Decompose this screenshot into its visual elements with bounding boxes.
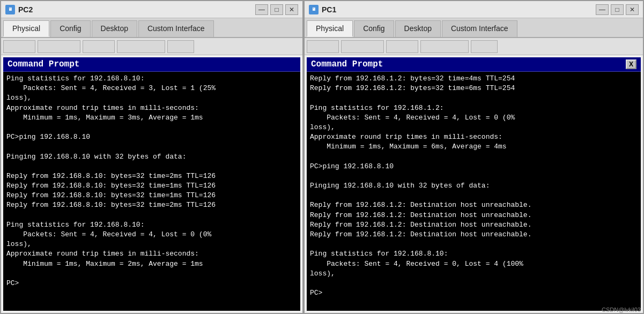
pc1-maximize-button[interactable]: □ (611, 4, 624, 15)
pc1-minimize-button[interactable]: — (596, 4, 609, 15)
pc1-toolbar-btn1[interactable] (307, 40, 339, 53)
pc1-tab-desktop[interactable]: Desktop (395, 20, 441, 37)
pc1-title-bar: 🖥 PC1 — □ ✕ (305, 1, 643, 18)
pc2-tab-desktop[interactable]: Desktop (92, 20, 137, 37)
pc1-title-left: 🖥 PC1 (309, 5, 336, 14)
pc2-tab-physical[interactable]: Physical (3, 20, 49, 37)
pc1-icon-text: 🖥 (312, 7, 316, 12)
pc1-toolbar-btn4[interactable] (420, 40, 469, 53)
pc2-toolbar (1, 38, 302, 55)
pc2-title: PC2 (18, 5, 33, 14)
pc1-cmd-title: Command Prompt (311, 59, 383, 69)
pc1-toolbar (305, 38, 643, 55)
pc1-cmd-content[interactable]: Reply from 192.168.1.2: bytes=32 time=4m… (307, 72, 641, 311)
pc2-cmd-area: Command Prompt Ping statistics for 192.1… (3, 57, 300, 311)
pc2-title-left: 🖥 PC2 (5, 5, 33, 14)
pc2-icon-text: 🖥 (8, 7, 12, 12)
pc1-cmd-title-bar: Command Prompt X (307, 57, 641, 72)
pc2-toolbar-btn5[interactable] (167, 40, 194, 53)
pc2-minimize-button[interactable]: — (255, 4, 268, 15)
pc2-tab-custom-interface[interactable]: Custom Interface (138, 20, 214, 37)
pc1-close-button[interactable]: ✕ (626, 4, 639, 15)
pc1-toolbar-btn2[interactable] (341, 40, 384, 53)
pc2-icon: 🖥 (5, 5, 15, 14)
pc2-cmd-title-bar: Command Prompt (3, 57, 300, 72)
pc1-toolbar-btn3[interactable] (386, 40, 418, 53)
pc1-toolbar-btn5[interactable] (471, 40, 498, 53)
pc1-tab-physical[interactable]: Physical (307, 20, 353, 37)
pc2-close-button[interactable]: ✕ (285, 4, 298, 15)
pc2-tab-config[interactable]: Config (50, 20, 90, 37)
watermark: CSDN@lvkil03 (602, 306, 641, 313)
pc1-cmd-close-button[interactable]: X (626, 59, 636, 69)
pc2-tabs: Physical Config Desktop Custom Interface (1, 18, 302, 38)
pc1-tab-config[interactable]: Config (354, 20, 394, 37)
pc2-controls: — □ ✕ (255, 4, 298, 15)
pc2-toolbar-btn4[interactable] (117, 40, 165, 53)
pc1-controls: — □ ✕ (596, 4, 639, 15)
pc2-toolbar-btn3[interactable] (83, 40, 115, 53)
pc2-title-bar: 🖥 PC2 — □ ✕ (1, 1, 302, 18)
pc2-window: 🖥 PC2 — □ ✕ Physical Config Desktop Cust… (0, 0, 304, 314)
pc2-cmd-title: Command Prompt (8, 59, 79, 69)
pc2-cmd-content[interactable]: Ping statistics for 192.168.8.10: Packet… (3, 72, 300, 311)
pc1-tabs: Physical Config Desktop Custom Interface (305, 18, 643, 38)
pc1-window: 🖥 PC1 — □ ✕ Physical Config Desktop Cust… (304, 0, 644, 314)
pc1-tab-custom-interface[interactable]: Custom Interface (442, 20, 517, 37)
pc1-cmd-area: Command Prompt X Reply from 192.168.1.2:… (307, 57, 641, 311)
pc1-icon: 🖥 (309, 5, 319, 14)
pc2-maximize-button[interactable]: □ (270, 4, 283, 15)
pc1-title: PC1 (322, 5, 336, 14)
pc2-toolbar-btn2[interactable] (38, 40, 80, 53)
pc2-toolbar-btn1[interactable] (3, 40, 35, 53)
